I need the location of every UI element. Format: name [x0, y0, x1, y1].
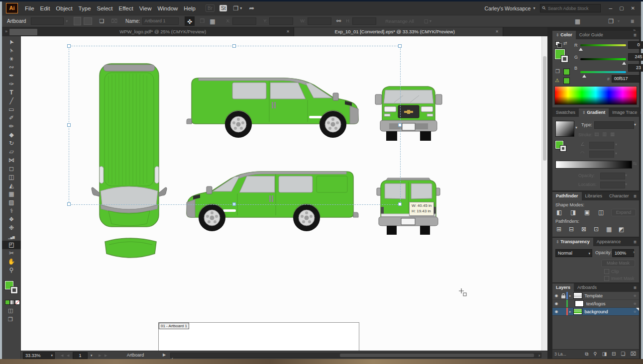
layer-row-background[interactable]: ◉ ▸ background ○: [552, 308, 639, 316]
app-arrange-icon[interactable]: ❐: [608, 18, 614, 24]
tab-color[interactable]: ⇕ Color: [552, 31, 576, 39]
color-mode-button[interactable]: [5, 300, 10, 305]
selection-tool[interactable]: ➤: [2, 38, 21, 46]
width-tool[interactable]: ⋈: [2, 156, 21, 165]
locate-object-icon[interactable]: ⚲: [593, 352, 597, 357]
w-field[interactable]: [308, 17, 331, 25]
perspective-grid-tool[interactable]: ◭: [2, 182, 21, 190]
gradient-location-chevron[interactable]: ▾: [625, 182, 627, 186]
horizontal-scrollbar-thumb[interactable]: [340, 354, 534, 357]
swap-fill-stroke-icon[interactable]: ⇄: [563, 41, 567, 46]
menu-file[interactable]: File: [22, 5, 37, 11]
x-field[interactable]: [232, 17, 256, 25]
r-value-box[interactable]: 0: [628, 41, 643, 49]
new-layer-icon[interactable]: ❏: [621, 352, 626, 357]
selection-handle-tl[interactable]: [67, 44, 71, 48]
target-circle-icon[interactable]: ○: [634, 301, 636, 306]
cc-hand-icon[interactable]: ➦: [249, 5, 254, 11]
selection-handle-mr[interactable]: [398, 123, 402, 127]
gradient-type-chevron[interactable]: ▾: [634, 123, 636, 127]
tab-layers[interactable]: Layers: [552, 283, 574, 292]
eyedropper-tool[interactable]: ⚕: [2, 207, 21, 215]
portrait-orientation-button[interactable]: [74, 17, 81, 25]
layer-row-text-logos[interactable]: ◉ text/logos ○: [552, 300, 639, 308]
line-segment-tool[interactable]: ╱: [2, 97, 21, 105]
drawing-modes-icon[interactable]: ◫: [8, 308, 13, 313]
move-xy-button[interactable]: ✜: [185, 16, 195, 26]
magic-wand-tool[interactable]: ⚹: [2, 55, 21, 63]
menu-select[interactable]: Select: [94, 5, 116, 11]
van-hood-piece[interactable]: [102, 234, 159, 263]
tab-appearance[interactable]: Appearance: [593, 238, 625, 246]
color-spectrum-bar[interactable]: [554, 86, 637, 105]
layer-thumbnail[interactable]: [575, 300, 584, 307]
b-slider-marker[interactable]: [582, 73, 586, 78]
make-mask-icon[interactable]: ◨: [602, 352, 607, 357]
expand-button[interactable]: Expand: [611, 209, 636, 216]
g-slider[interactable]: [580, 58, 626, 60]
visibility-eye-icon[interactable]: ◉: [552, 293, 560, 298]
slice-tool[interactable]: ✂: [2, 249, 21, 258]
pen-tool[interactable]: ✒: [2, 72, 21, 80]
selection-handle-bl[interactable]: [67, 202, 71, 206]
selection-handle-tm[interactable]: [232, 44, 236, 48]
pencil-tool[interactable]: ✏: [2, 122, 21, 131]
type-tool[interactable]: T: [2, 89, 21, 97]
layer-name[interactable]: background: [585, 309, 634, 314]
minus-front-button[interactable]: ◨: [570, 209, 576, 215]
eraser-tool[interactable]: ◆: [2, 131, 21, 139]
gradient-opacity-chevron[interactable]: ▾: [625, 174, 627, 178]
gradient-location-field[interactable]: [600, 182, 625, 188]
app-grid-icon[interactable]: ▦: [575, 18, 580, 24]
direct-selection-tool[interactable]: ➢: [2, 46, 21, 55]
menu-window[interactable]: Window: [154, 5, 181, 11]
selection-bounding-box[interactable]: [69, 46, 401, 205]
layer-thumbnail[interactable]: [573, 308, 582, 315]
horizontal-scrollbar[interactable]: ‹ ›: [170, 353, 541, 358]
menu-help[interactable]: Help: [181, 5, 199, 11]
gradient-thumbnail[interactable]: [555, 121, 574, 137]
grid-layout-icon[interactable]: ▦: [210, 18, 215, 24]
tab-gradient[interactable]: ⇕ Gradient: [579, 108, 609, 117]
status-play-icon[interactable]: ▶: [163, 353, 166, 357]
make-mask-button[interactable]: Make Mask: [601, 260, 635, 267]
stock-button[interactable]: St: [219, 5, 227, 11]
layer-thumbnail[interactable]: [573, 292, 582, 299]
gamut-color-chip[interactable]: [563, 78, 570, 84]
scroll-right-icon[interactable]: ›: [538, 354, 540, 358]
zoom-level-box[interactable]: 33.33% ▾: [23, 352, 55, 359]
tab-wpw-logo[interactable]: WPW_logo.pdf* @ 25% (CMYK/Preview) ✕: [39, 27, 294, 36]
bridge-button[interactable]: Br: [206, 4, 214, 12]
gradient-type-dropdown[interactable]: [594, 121, 634, 129]
tab-image-trace[interactable]: Image Trace: [609, 108, 641, 117]
expand-chevron-icon[interactable]: ▸: [569, 310, 571, 313]
menu-view[interactable]: View: [136, 5, 155, 11]
screen-mode-icon[interactable]: ❐: [8, 317, 13, 322]
artboard-number-box[interactable]: 1: [73, 352, 88, 359]
visibility-eye-icon[interactable]: ◉: [552, 309, 560, 314]
curvature-tool[interactable]: ✑: [2, 80, 21, 89]
blend-tool[interactable]: ❖: [2, 215, 21, 224]
unite-button[interactable]: ◧: [556, 209, 562, 215]
gradient-mode-button[interactable]: [10, 300, 15, 305]
gradient-aspect-chevron[interactable]: ▾: [615, 152, 617, 156]
prev-artboard-icon[interactable]: ◀: [67, 354, 69, 357]
rotate-tool[interactable]: ↻: [2, 139, 21, 148]
visibility-eye-icon[interactable]: ◉: [552, 301, 560, 306]
preset-chevron-icon[interactable]: ▾: [66, 19, 68, 23]
stock-search-box[interactable]: ⚲ Search Adobe Stock: [540, 4, 601, 12]
vertical-scrollbar-thumb[interactable]: [543, 56, 546, 161]
tab-transparency[interactable]: ⇕ Transparency: [552, 238, 593, 246]
gamut-warning-icon[interactable]: ⚠: [555, 78, 559, 83]
tab-close-icon[interactable]: ✕: [495, 27, 499, 36]
delete-layer-icon[interactable]: ⌧: [630, 352, 636, 357]
workspace-switcher[interactable]: Carley's Worksapce: [485, 5, 531, 11]
stroke-along-icon[interactable]: ▥: [602, 132, 607, 137]
outline-button[interactable]: ▦: [606, 226, 612, 232]
last-artboard-icon[interactable]: ▶: [105, 354, 107, 357]
canvas[interactable]: W: 40.45 in H: 19.43 in 01 - Artboard 1: [21, 36, 547, 351]
crop-button[interactable]: ⊡: [594, 226, 599, 232]
opacity-stepper-icon[interactable]: ›: [633, 250, 635, 255]
stroke-within-icon[interactable]: ▤: [594, 132, 599, 137]
panel-menu-icon[interactable]: ≡: [634, 238, 639, 246]
